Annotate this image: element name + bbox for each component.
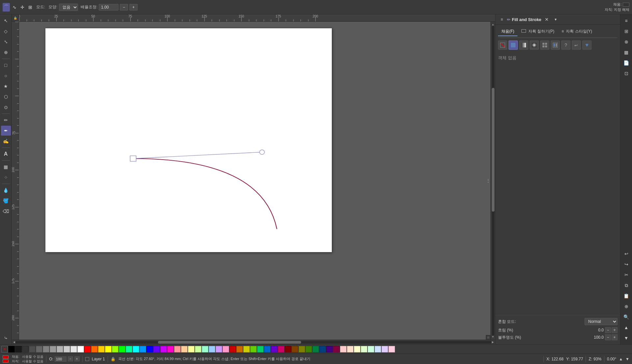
far-right-snap-btn[interactable]: ⊡ bbox=[621, 68, 631, 78]
palette-color[interactable] bbox=[326, 346, 333, 352]
tool-tweak[interactable]: ⤡ bbox=[1, 37, 11, 47]
palette-color[interactable] bbox=[98, 346, 105, 352]
palette-color[interactable] bbox=[133, 346, 139, 352]
tool-circle[interactable]: ○ bbox=[1, 71, 11, 81]
palette-color[interactable] bbox=[174, 346, 181, 352]
vscroll-thumb[interactable] bbox=[492, 88, 494, 212]
tool-node[interactable]: ◇ bbox=[1, 26, 11, 36]
tool-dropper[interactable]: 💧 bbox=[1, 185, 11, 195]
v-scrollbar[interactable]: ▲ ▼ bbox=[490, 22, 495, 340]
palette-color[interactable] bbox=[305, 346, 312, 352]
palette-color[interactable] bbox=[382, 346, 388, 352]
palette-color[interactable] bbox=[223, 346, 229, 352]
far-right-swatches-btn[interactable]: ▦ bbox=[621, 47, 631, 57]
palette-color[interactable] bbox=[77, 346, 84, 352]
fill-swatch-btn[interactable] bbox=[551, 40, 560, 50]
tool-selector[interactable]: ↖ bbox=[1, 16, 11, 26]
palette-color[interactable] bbox=[153, 346, 160, 352]
scale-plus-btn[interactable]: + bbox=[129, 4, 138, 11]
spiro-mode-btn[interactable]: ∿ bbox=[11, 3, 18, 11]
far-right-find-btn[interactable]: 🔍 bbox=[621, 312, 631, 322]
opacity-input-status[interactable] bbox=[55, 356, 66, 362]
palette-color[interactable] bbox=[319, 346, 326, 352]
palette-color[interactable] bbox=[299, 346, 305, 352]
far-right-copy-btn[interactable]: ⧉ bbox=[621, 280, 631, 290]
blur-plus-btn[interactable]: + bbox=[612, 327, 618, 333]
tool-rect[interactable]: □ bbox=[1, 60, 11, 70]
palette-color[interactable] bbox=[119, 346, 125, 352]
bezier-mode-btn[interactable]: ⌒ bbox=[3, 3, 10, 12]
palette-color[interactable] bbox=[126, 346, 132, 352]
palette-color[interactable] bbox=[195, 346, 201, 352]
palette-color[interactable] bbox=[347, 346, 354, 352]
palette-color[interactable] bbox=[91, 346, 98, 352]
fill-unset-btn[interactable]: ↩ bbox=[572, 40, 581, 50]
palette-color[interactable] bbox=[333, 346, 340, 352]
scale-input[interactable] bbox=[99, 4, 118, 11]
palette-color[interactable] bbox=[229, 346, 236, 352]
tool-pencil[interactable]: ✏ bbox=[1, 115, 11, 125]
shape-select[interactable]: 없음 bbox=[59, 4, 78, 11]
opacity-minus-status[interactable]: − bbox=[68, 356, 73, 361]
sequence-mode-btn[interactable]: ⊞ bbox=[27, 3, 34, 11]
far-right-redo-btn[interactable]: ↪ bbox=[621, 259, 631, 269]
palette-color[interactable] bbox=[264, 346, 271, 352]
far-right-cut-btn[interactable]: ✂ bbox=[621, 270, 631, 280]
palette-color[interactable] bbox=[181, 346, 188, 352]
palette-color[interactable] bbox=[105, 346, 112, 352]
palette-color[interactable] bbox=[29, 346, 36, 352]
tool-calligraphy[interactable]: ✍ bbox=[1, 136, 11, 146]
palette-color[interactable] bbox=[340, 346, 347, 352]
palette-color[interactable] bbox=[243, 346, 250, 352]
fill-unknown-btn[interactable]: ? bbox=[561, 40, 570, 50]
h-scrollbar[interactable]: ◀ ▶ bbox=[12, 340, 495, 344]
far-right-paste-btn[interactable]: 📋 bbox=[621, 291, 631, 301]
tool-3dbox[interactable]: ⬡ bbox=[1, 92, 11, 102]
fill-radial-btn[interactable] bbox=[530, 40, 539, 50]
palette-color[interactable] bbox=[57, 346, 63, 352]
opacity-minus-btn[interactable]: − bbox=[605, 334, 611, 340]
canvas-corner-btn[interactable]: ⊡ bbox=[486, 335, 490, 340]
tool-pen[interactable]: ✒ bbox=[1, 126, 11, 136]
palette-color[interactable] bbox=[375, 346, 381, 352]
fill-linear-btn[interactable] bbox=[519, 40, 528, 50]
tool-spray[interactable]: ⁘ bbox=[1, 172, 11, 182]
palette-color[interactable] bbox=[202, 346, 208, 352]
layers-icon-btn[interactable]: ≡ bbox=[498, 16, 506, 23]
hscroll-thumb[interactable] bbox=[158, 341, 301, 344]
tab-fill[interactable]: 채움(F) bbox=[498, 27, 517, 36]
fill-flat-btn[interactable] bbox=[509, 40, 518, 50]
palette-color[interactable] bbox=[8, 346, 15, 352]
palette-color[interactable] bbox=[146, 346, 153, 352]
fill-heart-btn[interactable]: ♥ bbox=[582, 40, 592, 50]
palette-color[interactable] bbox=[236, 346, 243, 352]
canvas-scroll[interactable]: ▲ ▼ ⊡ ⋮ bbox=[19, 22, 495, 340]
far-right-undo-btn[interactable]: ↩ bbox=[621, 249, 631, 259]
vscroll-down-btn[interactable]: ▼ bbox=[492, 335, 494, 338]
tool-eraser[interactable]: ⌫ bbox=[1, 206, 11, 216]
tool-fill[interactable]: 🪣 bbox=[1, 196, 11, 206]
fill-none-btn[interactable] bbox=[498, 40, 507, 50]
tool-star[interactable]: ★ bbox=[1, 81, 11, 91]
far-right-doc-btn[interactable]: 📄 bbox=[621, 58, 631, 68]
opacity-plus-btn[interactable]: + bbox=[612, 334, 618, 340]
nav-down-btn-status[interactable]: ▼ bbox=[625, 357, 629, 361]
palette-color[interactable] bbox=[292, 346, 298, 352]
bspline-mode-btn[interactable]: ✛ bbox=[19, 3, 26, 11]
palette-color[interactable] bbox=[250, 346, 257, 352]
far-right-nav-down-btn[interactable]: ▼ bbox=[621, 333, 631, 343]
palette-color[interactable] bbox=[15, 346, 22, 352]
palette-color[interactable] bbox=[368, 346, 374, 352]
panel-menu-btn[interactable]: ▾ bbox=[552, 16, 559, 23]
palette-color[interactable] bbox=[64, 346, 70, 352]
scale-minus-btn[interactable]: − bbox=[120, 4, 128, 11]
palette-color[interactable] bbox=[36, 346, 42, 352]
palette-color[interactable] bbox=[84, 346, 91, 352]
palette-color[interactable] bbox=[216, 346, 222, 352]
palette-color[interactable] bbox=[361, 346, 367, 352]
palette-color[interactable] bbox=[50, 346, 56, 352]
blur-minus-btn[interactable]: − bbox=[605, 327, 611, 333]
tab-stroke-paint[interactable]: 자획 칠하기(P) bbox=[518, 27, 558, 36]
nav-up-btn-status[interactable]: ▲ bbox=[619, 357, 623, 361]
palette-color[interactable] bbox=[188, 346, 195, 352]
